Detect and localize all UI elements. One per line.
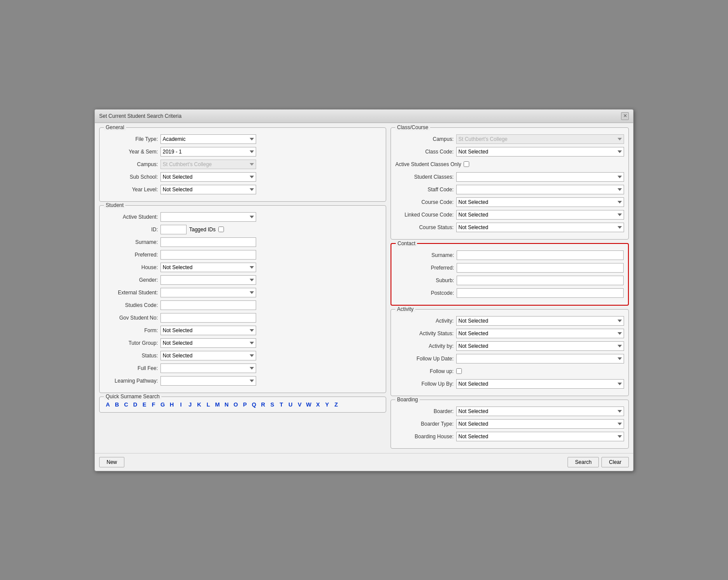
learning-pathway-row: Learning Pathway:: [104, 376, 381, 386]
house-select[interactable]: Not Selected: [160, 263, 256, 272]
alpha-btn-m[interactable]: M: [214, 400, 221, 409]
status-label: Status:: [104, 353, 160, 359]
new-button[interactable]: New: [99, 457, 124, 467]
campus-select[interactable]: St Cuthbert's College: [160, 160, 256, 169]
alpha-btn-n[interactable]: N: [223, 400, 230, 409]
contact-postcode-label: Postcode:: [396, 290, 457, 296]
student-classes-select[interactable]: [456, 172, 624, 182]
boarding-house-select[interactable]: Not Selected: [456, 432, 624, 441]
course-status-select[interactable]: Not Selected: [456, 223, 624, 232]
general-legend: General: [104, 124, 126, 130]
follow-up-checkbox[interactable]: [456, 368, 462, 374]
surname-input[interactable]: [160, 237, 256, 247]
alpha-btn-v[interactable]: V: [296, 400, 304, 409]
active-student-select[interactable]: [160, 212, 256, 222]
staff-code-select[interactable]: [456, 185, 624, 194]
file-type-select[interactable]: Academic: [160, 134, 256, 144]
sub-school-row: Sub School: Not Selected: [104, 172, 381, 182]
year-sem-select[interactable]: 2019 - 1: [160, 147, 256, 157]
sub-school-select[interactable]: Not Selected: [160, 172, 256, 182]
preferred-input[interactable]: [160, 250, 256, 260]
alpha-btn-i[interactable]: I: [177, 400, 185, 409]
alpha-btn-h[interactable]: H: [168, 400, 176, 409]
alpha-btn-p[interactable]: P: [241, 400, 249, 409]
gender-select[interactable]: [160, 275, 256, 285]
alpha-btn-u[interactable]: U: [287, 400, 294, 409]
contact-preferred-input[interactable]: [457, 263, 624, 273]
id-input[interactable]: [160, 225, 187, 234]
alpha-btn-c[interactable]: C: [122, 400, 130, 409]
alpha-btn-d[interactable]: D: [131, 400, 139, 409]
full-fee-select[interactable]: [160, 363, 256, 373]
activity-row: Activity: Not Selected: [395, 316, 624, 326]
alpha-btn-x[interactable]: X: [314, 400, 322, 409]
form-select[interactable]: Not Selected: [160, 326, 256, 335]
left-column: General File Type: Academic Year & Sem: …: [99, 127, 386, 449]
alpha-btn-b[interactable]: B: [113, 400, 121, 409]
staff-code-row: Staff Code:: [395, 184, 624, 195]
alpha-btn-o[interactable]: O: [232, 400, 240, 409]
alpha-btn-f[interactable]: F: [150, 400, 157, 409]
follow-up-by-select[interactable]: Not Selected: [456, 379, 624, 389]
activity-select[interactable]: Not Selected: [456, 316, 624, 326]
linked-course-label: Linked Course Code:: [395, 212, 456, 218]
dialog-body: General File Type: Academic Year & Sem: …: [95, 123, 633, 453]
activity-status-select[interactable]: Not Selected: [456, 329, 624, 338]
alpha-btn-r[interactable]: R: [259, 400, 267, 409]
active-student-row: Active Student:: [104, 212, 381, 222]
student-classes-row: Student Classes:: [395, 172, 624, 182]
alpha-btn-z[interactable]: Z: [332, 400, 340, 409]
tagged-ids-label: Tagged IDs: [189, 227, 216, 233]
alpha-btn-l[interactable]: L: [204, 400, 212, 409]
clear-button[interactable]: Clear: [601, 457, 629, 467]
studies-code-input[interactable]: [160, 300, 256, 310]
alpha-btn-w[interactable]: W: [305, 400, 313, 409]
alpha-btn-a[interactable]: A: [104, 400, 112, 409]
alpha-btn-g[interactable]: G: [159, 400, 167, 409]
alpha-btn-e[interactable]: E: [140, 400, 148, 409]
course-code-select[interactable]: Not Selected: [456, 197, 624, 207]
class-code-select[interactable]: Not Selected: [456, 147, 624, 157]
close-button[interactable]: ✕: [621, 112, 629, 120]
class-code-row: Class Code: Not Selected: [395, 147, 624, 157]
follow-up-row: Follow up:: [395, 366, 624, 377]
activity-status-row: Activity Status: Not Selected: [395, 328, 624, 339]
learning-pathway-label: Learning Pathway:: [104, 378, 160, 384]
alpha-btn-s[interactable]: S: [268, 400, 276, 409]
search-button[interactable]: Search: [568, 457, 599, 467]
contact-surname-input[interactable]: [457, 250, 624, 260]
full-fee-row: Full Fee:: [104, 363, 381, 373]
year-level-select[interactable]: Not Selected: [160, 185, 256, 194]
alpha-btn-y[interactable]: Y: [323, 400, 331, 409]
follow-up-date-select[interactable]: [456, 354, 624, 363]
contact-surname-label: Surname:: [396, 252, 457, 258]
house-row: House: Not Selected: [104, 262, 381, 273]
cc-campus-select[interactable]: St Cuthbert's College: [456, 134, 624, 144]
linked-course-select[interactable]: Not Selected: [456, 210, 624, 220]
alpha-btn-q[interactable]: Q: [250, 400, 258, 409]
contact-suburb-label: Suburb:: [396, 277, 457, 283]
follow-up-by-label: Follow Up By:: [395, 381, 456, 387]
status-select[interactable]: Not Selected: [160, 351, 256, 360]
course-status-row: Course Status: Not Selected: [395, 222, 624, 233]
alpha-btn-t[interactable]: T: [277, 400, 285, 409]
boarder-select[interactable]: Not Selected: [456, 407, 624, 416]
surname-row: Surname:: [104, 237, 381, 247]
contact-suburb-input[interactable]: [457, 276, 624, 285]
preferred-label: Preferred:: [104, 252, 160, 258]
alpha-btn-j[interactable]: J: [186, 400, 194, 409]
tagged-ids-checkbox[interactable]: [218, 227, 224, 232]
active-classes-checkbox[interactable]: [464, 161, 469, 167]
cc-campus-label: Campus:: [395, 136, 456, 142]
boarder-type-select[interactable]: Not Selected: [456, 419, 624, 429]
alpha-btn-k[interactable]: K: [195, 400, 203, 409]
activity-by-select[interactable]: Not Selected: [456, 341, 624, 351]
learning-pathway-select[interactable]: [160, 376, 256, 386]
gov-student-input[interactable]: [160, 313, 256, 323]
contact-postcode-input[interactable]: [457, 288, 624, 298]
tutor-group-select[interactable]: Not Selected: [160, 338, 256, 348]
campus-row: Campus: St Cuthbert's College: [104, 159, 381, 170]
boarder-type-row: Boarder Type: Not Selected: [395, 419, 624, 429]
form-label: Form:: [104, 327, 160, 333]
external-student-select[interactable]: [160, 288, 256, 297]
